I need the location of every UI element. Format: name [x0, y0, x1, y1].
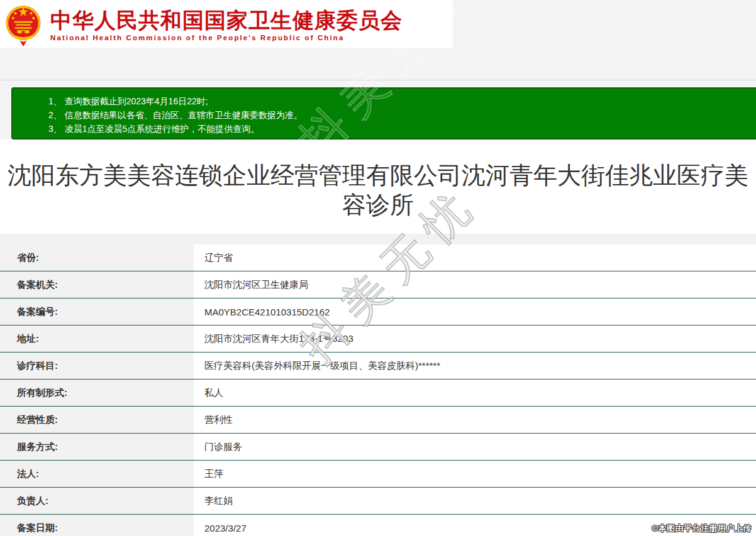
table-row-address: 地址: 沈阳市沈河区青年大街173-1号3203 — [0, 325, 756, 353]
table-row-treatment-subjects: 诊疗科目: 医疗美容科(美容外科限开展一级项目、美容皮肤科)****** — [0, 353, 756, 380]
table-row-legal-person: 法人: 王萍 — [0, 461, 756, 488]
table-row-person-in-charge: 负责人: 李红娟 — [0, 488, 756, 515]
national-emblem-icon — [5, 2, 42, 46]
table-row-ownership: 所有制形式: 私人 — [0, 380, 756, 407]
table-row-filing-number: 备案编号: MA0YB2CE421010315D2162 — [0, 298, 756, 325]
table-row-filing-date: 备案日期: 2023/3/27 — [0, 515, 756, 536]
notice-line-3: 3、 凌晨1点至凌晨5点系统进行维护，不能提供查询。 — [48, 122, 756, 136]
institution-name-line-2: 容诊所 — [0, 190, 756, 220]
field-value: 王萍 — [194, 461, 756, 487]
field-value: 门诊服务 — [194, 434, 756, 460]
field-label: 备案机关: — [0, 271, 194, 298]
institution-name-line-1: 沈阳东方美美容连锁企业经营管理有限公司沈河青年大街佳兆业医疗美 — [0, 161, 756, 190]
field-label: 法人: — [0, 461, 194, 487]
site-title-english: National Health Commission of the People… — [50, 34, 344, 41]
field-label: 负责人: — [0, 488, 194, 514]
table-row-province: 省份: 辽宁省 — [0, 244, 756, 271]
field-label: 经营性质: — [0, 407, 194, 433]
field-value: 沈阳市沈河区卫生健康局 — [194, 271, 756, 298]
field-label: 地址: — [0, 325, 194, 352]
field-value: 营利性 — [194, 407, 756, 433]
table-top-strip — [0, 234, 756, 244]
watermark-upload-credit: ©本图由平台注册用户上传 — [652, 523, 752, 534]
notice-line-2: 2、 信息数据结果以各省、自治区、直辖市卫生健康委数据为准。 — [48, 108, 756, 122]
field-label: 备案日期: — [0, 515, 194, 536]
table-row-business-nature: 经营性质: 营利性 — [0, 407, 756, 434]
field-value: 医疗美容科(美容外科限开展一级项目、美容皮肤科)****** — [194, 353, 756, 379]
field-value: 李红娟 — [194, 488, 756, 514]
institution-name-title: 沈阳东方美美容连锁企业经营管理有限公司沈河青年大街佳兆业医疗美 容诊所 — [0, 139, 756, 220]
field-value: 私人 — [194, 380, 756, 406]
field-value: MA0YB2CE421010315D2162 — [194, 298, 756, 325]
table-row-filing-authority: 备案机关: 沈阳市沈河区卫生健康局 — [0, 271, 756, 298]
field-label: 省份: — [0, 244, 194, 271]
field-label: 服务方式: — [0, 434, 194, 460]
header-divider — [0, 80, 756, 80]
field-label: 诊疗科目: — [0, 353, 194, 379]
record-detail-table: 省份: 辽宁省 备案机关: 沈阳市沈河区卫生健康局 备案编号: MA0YB2CE… — [0, 234, 756, 536]
field-label: 所有制形式: — [0, 380, 194, 406]
field-label: 备案编号: — [0, 298, 194, 325]
field-value: 辽宁省 — [194, 244, 756, 271]
table-row-service-mode: 服务方式: 门诊服务 — [0, 434, 756, 461]
notice-box: 1、 查询数据截止到2023年4月16日22时; 2、 信息数据结果以各省、自治… — [11, 87, 756, 139]
notice-line-1: 1、 查询数据截止到2023年4月16日22时; — [48, 94, 756, 108]
field-value: 沈阳市沈河区青年大街173-1号3203 — [194, 325, 756, 352]
site-logo-banner: 中华人民共和国国家卫生健康委员会 National Health Commiss… — [0, 0, 453, 48]
site-title-chinese: 中华人民共和国国家卫生健康委员会 — [50, 6, 403, 35]
